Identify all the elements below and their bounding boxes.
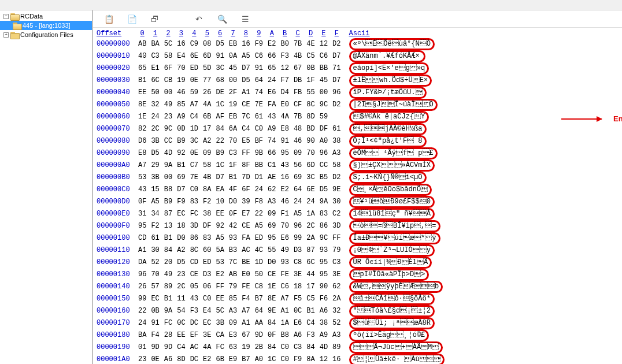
hex-row[interactable]: 00000040EE5000465926DE2FA174E6D4FB550096… [94,87,447,99]
cell-byte: A9 [175,111,187,123]
cell-byte: 8C [188,244,201,257]
collapse-icon[interactable]: − [3,14,9,19]
cell-byte: F1 [278,208,291,220]
cell-byte: 8E [265,293,278,305]
cell-byte: AB [136,38,149,50]
cell-byte: 16 [278,172,291,184]
cell-byte: C3 [227,147,239,159]
cell-byte: 08 [201,38,213,50]
cell-byte: 38 [201,208,213,220]
cell-byte: EC [149,293,161,305]
cell-byte: 43 [136,184,149,196]
hex-row[interactable]: 00000190019D9DC4AC4AFC63192B84C0C3844D89… [94,341,447,354]
window-button[interactable]: 🗗 [150,14,160,24]
cell-byte: AE [265,172,278,184]
tree-view[interactable]: − RCData 445 - [lang:1033] + Configurati… [0,10,92,364]
cell-byte: 89 [330,341,343,354]
cell-byte: 38 [317,317,330,329]
cell-byte: 9A [162,305,175,317]
cell-byte: D7 [175,184,187,196]
cell-byte: 87 [304,244,317,257]
cell-byte: 18 [175,220,187,232]
hex-row[interactable]: 000000D00FA5B9F983F210D039F8A34624249A30… [94,196,447,208]
cell-byte: 64 [253,305,265,317]
cell-byte: 5C [213,305,226,317]
tree-node-rcdata[interactable]: − RCData [0,12,92,21]
tree-node-config[interactable]: + Configuration Files [0,30,92,39]
cell-byte: C8 [253,281,265,293]
cell-byte: 48 [291,123,304,135]
hex-row[interactable]: 00000000ABBA5C16C908D5EB16F9E2B07B4E12D2… [94,38,447,50]
options-button[interactable]: ☰ [240,14,250,24]
cell-byte: 3C [304,172,317,184]
encrypted-span: eáopí]<E×'eg »q [349,62,430,75]
cell-byte: E9 [227,354,239,364]
hex-row[interactable]: 000000E0313487ECFC38EE0FE72209F1A51A83C2… [94,208,447,220]
cell-byte: D1 [253,172,265,184]
cell-byte: B1 [175,159,187,172]
cell-byte: 49 [162,269,175,281]
hex-row[interactable]: 000000601E2423A9C46BAFEB7C61434A7B8D59 $… [94,111,447,123]
encrypted-span: Ía±Ð¥úíæ*ÿ [349,232,440,244]
cell-byte: 7C [227,257,239,269]
cell-byte: B7 [253,293,265,305]
hex-row[interactable]: 0000013096704923CED3E2ABE050CEFE3E44953E… [94,269,447,281]
hex-row[interactable]: 00000180BAF428EEEF3ECAE3679D0FB8A6F3A9A3… [94,329,447,341]
cell-byte: 55 [304,87,317,99]
cell-byte: 69 [265,220,278,232]
cell-byte: B9 [162,196,175,208]
hex-row[interactable]: 000001A0230EA68DDCE26BE9B7A01CC0F98A1216… [94,354,447,364]
tree-node-selected[interactable]: 445 - [lang:1033] [0,21,92,30]
hex-row[interactable]: 0000015099ECB11143C0EE85F4B78EA7F5C5F62A… [94,293,447,305]
cell-byte: 4A [278,111,291,123]
cell-byte: CB [162,75,175,87]
cell-byte: 90 [304,135,317,147]
find-button[interactable]: 🔍 [217,14,227,24]
cell-byte: 00 [317,87,330,99]
cell-byte: 70 [175,62,187,75]
cell-byte: 46 [278,196,291,208]
hex-row[interactable]: 000000F095F213183DDF9242CEA56970962C863D… [94,220,447,232]
undo-button[interactable]: ↶ [194,14,204,24]
hex-row[interactable]: 00000090E8D54D920E09B9C3FF9B6695097096A3… [94,147,447,159]
hex-row[interactable]: 00000030B16CCB190E776800D56424F7DB1F45D7… [94,75,447,87]
hex-row[interactable]: 00000100CD61B1D08683A593FAED95E6992A9CFF… [94,232,447,244]
hex-row[interactable]: 0000002065E16F70ED5D3C45D7916512670BBB71… [94,62,447,75]
hex-row[interactable]: 0000001040C358E46E6D910AA5C666F34BC5C6D7… [94,50,447,62]
paste-button[interactable]: 📄 [127,14,137,24]
cell-byte: 12 [317,38,330,50]
cell-byte: 39 [239,196,252,208]
cell-byte: 0B [149,305,161,317]
hex-table: Offset0123456789ABCDEFAscii 00000000ABBA… [94,29,447,364]
cell-ascii: &W,ÿyþÈ Æb [343,281,447,293]
cell-byte: 32 [149,99,161,111]
hex-row[interactable]: 00000080D63BCCB93CA22270E5BF74914690A038… [94,135,447,147]
hex-row[interactable]: 00000110A13084A28C605AB3AC4C5549D3879379… [94,244,447,257]
cell-byte: D0 [175,232,187,244]
cell-byte: D6 [136,135,149,147]
cell-offset: 00000080 [94,135,136,147]
hex-row[interactable]: 000001702491FC0CDCEC3B09A1AA841AE6C43852… [94,317,447,329]
cell-byte: 93 [278,257,291,269]
hex-row[interactable]: 000001402657892C0506FF79FEC81EC618179062… [94,281,447,293]
cell-byte: 1E [136,111,149,123]
cell-byte: D7 [239,62,252,75]
expand-icon[interactable]: + [3,32,9,38]
cell-byte: 84 [265,341,278,354]
hex-row[interactable]: 00000120DA5220D5CDED537CBE1DD093C86C95C3… [94,257,447,269]
hex-row[interactable]: 000000A0A7299AB1C7581C1F8FBBC143566DCC58… [94,159,447,172]
cell-offset: 00000040 [94,87,136,99]
hex-row[interactable]: 000000508E324985A74A1C19CE7EFAE0CF8C9CD2… [94,99,447,111]
hex-row[interactable]: 000000C04315B8D7C08AEA4F6F2462E2646ED59E… [94,184,447,196]
hex-row[interactable]: 00000070822C9C0D1D17846AC4C0A9E848BDDF61… [94,123,447,135]
cell-byte: 16 [175,38,187,50]
cell-ascii: Ía±Ð¥úíæ*ÿ [343,232,447,244]
hex-row[interactable]: 00000160220B9A54F3E45CA3A7649EA10CB1A632… [94,305,447,317]
copy-button[interactable]: 📋 [103,14,114,24]
cell-byte: F4 [239,293,252,305]
cell-ascii: ò=ßBÎ¥ip,= [343,220,447,232]
cell-byte: FA [239,232,252,244]
cell-byte: BB [253,159,265,172]
hex-view[interactable]: Offset0123456789ABCDEFAscii 00000000ABBA… [93,28,622,364]
hex-row[interactable]: 000000B0533B00697E4BD7B17DD1AE16693CB5D2… [94,172,447,184]
